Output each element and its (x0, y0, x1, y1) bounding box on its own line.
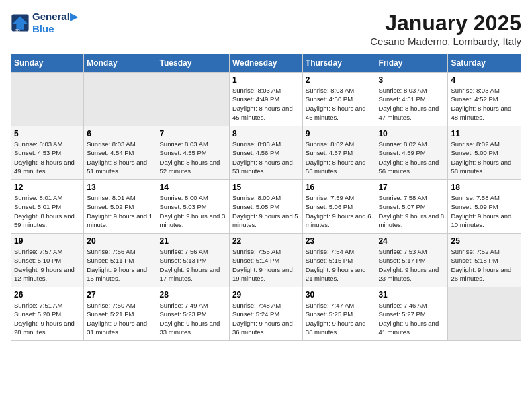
day-info: Sunrise: 8:03 AMSunset: 4:52 PMDaylight:… (451, 86, 518, 122)
day-number: 10 (378, 129, 445, 138)
calendar-cell: 28 Sunrise: 7:49 AMSunset: 5:23 PMDaylig… (157, 287, 229, 341)
logo-icon: GB (11, 13, 30, 32)
calendar-cell: 3 Sunrise: 8:03 AMSunset: 4:51 PMDayligh… (375, 73, 448, 126)
calendar-cell: 29 Sunrise: 7:48 AMSunset: 5:24 PMDaylig… (229, 287, 302, 341)
day-number: 4 (451, 75, 518, 85)
calendar-cell: 27 Sunrise: 7:50 AMSunset: 5:21 PMDaylig… (84, 287, 157, 341)
calendar-week-row: 1 Sunrise: 8:03 AMSunset: 4:49 PMDayligh… (11, 73, 521, 126)
calendar-cell: 10 Sunrise: 8:02 AMSunset: 4:59 PMDaylig… (375, 126, 448, 180)
logo: GB General▶ Blue (11, 11, 78, 35)
header-wednesday: Wednesday (229, 54, 302, 73)
calendar-header-row: SundayMondayTuesdayWednesdayThursdayFrid… (11, 54, 521, 73)
day-info: Sunrise: 7:47 AMSunset: 5:25 PMDaylight:… (306, 301, 373, 336)
day-number: 2 (306, 75, 373, 85)
day-number: 29 (232, 290, 300, 300)
header-sunday: Sunday (11, 54, 84, 73)
calendar-cell: 19 Sunrise: 7:57 AMSunset: 5:10 PMDaylig… (11, 234, 84, 287)
day-info: Sunrise: 8:03 AMSunset: 4:53 PMDaylight:… (14, 140, 81, 175)
day-number: 21 (160, 236, 226, 246)
day-info: Sunrise: 7:56 AMSunset: 5:13 PMDaylight:… (160, 247, 226, 283)
calendar-cell: 9 Sunrise: 8:02 AMSunset: 4:57 PMDayligh… (302, 126, 375, 180)
day-number: 31 (378, 290, 445, 300)
day-number: 8 (232, 129, 300, 138)
calendar-table: SundayMondayTuesdayWednesdayThursdayFrid… (11, 54, 521, 341)
day-number: 7 (160, 129, 226, 138)
day-number: 26 (14, 290, 81, 300)
day-info: Sunrise: 7:54 AMSunset: 5:15 PMDaylight:… (306, 247, 373, 283)
calendar-cell (157, 73, 229, 126)
day-info: Sunrise: 7:59 AMSunset: 5:06 PMDaylight:… (306, 193, 373, 229)
day-number: 14 (160, 183, 226, 192)
header-monday: Monday (84, 54, 157, 73)
location-title: Cesano Maderno, Lombardy, Italy (370, 36, 521, 47)
day-info: Sunrise: 8:00 AMSunset: 5:03 PMDaylight:… (160, 193, 226, 229)
day-info: Sunrise: 8:03 AMSunset: 4:56 PMDaylight:… (232, 140, 300, 175)
calendar-cell: 6 Sunrise: 8:03 AMSunset: 4:54 PMDayligh… (84, 126, 157, 180)
calendar-cell: 1 Sunrise: 8:03 AMSunset: 4:49 PMDayligh… (229, 73, 302, 126)
calendar-cell (448, 287, 521, 341)
day-number: 6 (87, 129, 153, 138)
calendar-week-row: 12 Sunrise: 8:01 AMSunset: 5:01 PMDaylig… (11, 180, 521, 234)
day-number: 30 (306, 290, 373, 300)
calendar-cell: 7 Sunrise: 8:03 AMSunset: 4:55 PMDayligh… (157, 126, 229, 180)
calendar-cell (11, 73, 84, 126)
day-number: 17 (378, 183, 445, 192)
calendar-cell: 2 Sunrise: 8:03 AMSunset: 4:50 PMDayligh… (302, 73, 375, 126)
day-number: 11 (451, 129, 518, 138)
day-number: 25 (451, 236, 518, 246)
calendar-cell: 21 Sunrise: 7:56 AMSunset: 5:13 PMDaylig… (157, 234, 229, 287)
calendar-cell: 15 Sunrise: 8:00 AMSunset: 5:05 PMDaylig… (229, 180, 302, 234)
calendar-cell: 16 Sunrise: 7:59 AMSunset: 5:06 PMDaylig… (302, 180, 375, 234)
logo-text-block: General▶ Blue (32, 11, 78, 35)
header-friday: Friday (375, 54, 448, 73)
day-number: 19 (14, 236, 81, 246)
day-info: Sunrise: 7:50 AMSunset: 5:21 PMDaylight:… (87, 301, 153, 336)
calendar-cell: 8 Sunrise: 8:03 AMSunset: 4:56 PMDayligh… (229, 126, 302, 180)
day-number: 20 (87, 236, 153, 246)
calendar-cell: 20 Sunrise: 7:56 AMSunset: 5:11 PMDaylig… (84, 234, 157, 287)
day-info: Sunrise: 7:53 AMSunset: 5:17 PMDaylight:… (378, 247, 445, 283)
day-number: 16 (306, 183, 373, 192)
day-number: 13 (87, 183, 153, 192)
day-number: 27 (87, 290, 153, 300)
day-info: Sunrise: 8:01 AMSunset: 5:02 PMDaylight:… (87, 193, 153, 229)
day-info: Sunrise: 7:58 AMSunset: 5:07 PMDaylight:… (378, 193, 445, 229)
day-info: Sunrise: 7:56 AMSunset: 5:11 PMDaylight:… (87, 247, 153, 283)
day-info: Sunrise: 7:58 AMSunset: 5:09 PMDaylight:… (451, 193, 518, 229)
calendar-cell (84, 73, 157, 126)
day-info: Sunrise: 8:00 AMSunset: 5:05 PMDaylight:… (232, 193, 300, 229)
calendar-cell: 11 Sunrise: 8:02 AMSunset: 5:00 PMDaylig… (448, 126, 521, 180)
calendar-cell: 12 Sunrise: 8:01 AMSunset: 5:01 PMDaylig… (11, 180, 84, 234)
day-number: 23 (306, 236, 373, 246)
day-info: Sunrise: 8:01 AMSunset: 5:01 PMDaylight:… (14, 193, 81, 229)
day-number: 18 (451, 183, 518, 192)
day-info: Sunrise: 7:46 AMSunset: 5:27 PMDaylight:… (378, 301, 445, 336)
calendar-cell: 18 Sunrise: 7:58 AMSunset: 5:09 PMDaylig… (448, 180, 521, 234)
day-number: 5 (14, 129, 81, 138)
day-number: 15 (232, 183, 300, 192)
day-info: Sunrise: 8:03 AMSunset: 4:50 PMDaylight:… (306, 86, 373, 122)
day-info: Sunrise: 7:48 AMSunset: 5:24 PMDaylight:… (232, 301, 300, 336)
day-number: 24 (378, 236, 445, 246)
month-title: January 2025 (370, 11, 521, 36)
day-number: 9 (306, 129, 373, 138)
calendar-title-area: January 2025 Cesano Maderno, Lombardy, I… (370, 11, 521, 47)
day-number: 28 (160, 290, 226, 300)
day-number: 3 (378, 75, 445, 85)
calendar-body: 1 Sunrise: 8:03 AMSunset: 4:49 PMDayligh… (11, 73, 521, 341)
day-number: 22 (232, 236, 300, 246)
day-info: Sunrise: 8:03 AMSunset: 4:54 PMDaylight:… (87, 140, 153, 175)
day-info: Sunrise: 7:51 AMSunset: 5:20 PMDaylight:… (14, 301, 81, 336)
calendar-week-row: 5 Sunrise: 8:03 AMSunset: 4:53 PMDayligh… (11, 126, 521, 180)
calendar-cell: 4 Sunrise: 8:03 AMSunset: 4:52 PMDayligh… (448, 73, 521, 126)
day-info: Sunrise: 8:03 AMSunset: 4:49 PMDaylight:… (232, 86, 300, 122)
calendar-cell: 17 Sunrise: 7:58 AMSunset: 5:07 PMDaylig… (375, 180, 448, 234)
calendar-cell: 26 Sunrise: 7:51 AMSunset: 5:20 PMDaylig… (11, 287, 84, 341)
calendar-cell: 5 Sunrise: 8:03 AMSunset: 4:53 PMDayligh… (11, 126, 84, 180)
header-tuesday: Tuesday (157, 54, 229, 73)
day-info: Sunrise: 7:57 AMSunset: 5:10 PMDaylight:… (14, 247, 81, 283)
calendar-cell: 13 Sunrise: 8:01 AMSunset: 5:02 PMDaylig… (84, 180, 157, 234)
page-header: GB General▶ Blue January 2025 Cesano Mad… (11, 11, 521, 47)
day-info: Sunrise: 8:02 AMSunset: 5:00 PMDaylight:… (451, 140, 518, 175)
day-number: 12 (14, 183, 81, 192)
